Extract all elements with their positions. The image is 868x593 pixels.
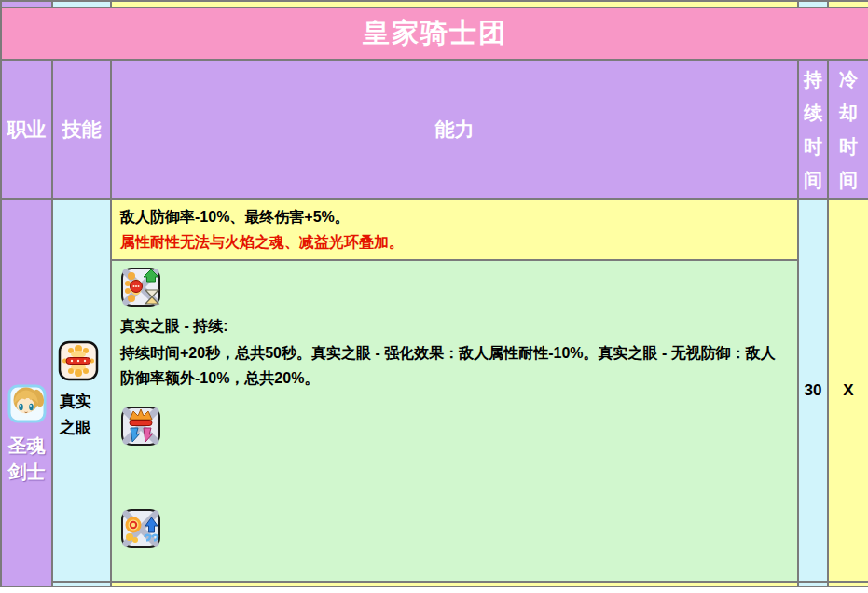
- duration-cell: 30: [798, 199, 828, 582]
- skill-name: 真实之眼: [60, 389, 97, 441]
- class-name: 圣魂剑士: [7, 433, 48, 485]
- hyper-enhance-icon-row: [120, 406, 789, 447]
- prev-duration-cell-sliver: [798, 1, 828, 7]
- next-row-sliver: [1, 582, 868, 586]
- header-class: 职业: [1, 60, 52, 199]
- ability-content: 敌人防御率-10%、最终伤害+5%。 属性耐性无法与火焰之魂、减益光环叠加。: [112, 200, 797, 581]
- true-sight-enhance-icon: [120, 406, 161, 447]
- previous-row-sliver: [1, 1, 868, 7]
- true-sight-ignore-defense-icon: [120, 508, 161, 549]
- column-header-row: 职业 技能 能力 持续时间 冷却时间: [1, 60, 868, 199]
- prev-class-cell-sliver: [1, 1, 52, 7]
- header-duration-label: 持续时间: [803, 62, 823, 197]
- hyper-persist-icon-row: [120, 267, 789, 308]
- header-ability-label: 能力: [435, 118, 475, 140]
- hyper-heading: 真实之眼 - 持续:: [120, 313, 789, 338]
- skill-cell: 真实之眼: [52, 199, 111, 582]
- next-cooldown-cell-sliver: [828, 582, 868, 586]
- hyper-detail: 持续时间+20秒，总共50秒。真实之眼 - 强化效果：敌人属性耐性-10%。真实…: [120, 340, 789, 391]
- next-ability-cell-sliver: [111, 582, 798, 586]
- next-duration-cell-sliver: [798, 582, 828, 586]
- header-duration: 持续时间: [798, 60, 828, 199]
- prev-cooldown-cell-sliver: [828, 1, 868, 7]
- next-skill-cell-sliver: [52, 582, 111, 586]
- header-ability: 能力: [111, 60, 798, 199]
- royal-knights-skill-table: 皇家骑士团 职业 技能 能力 持续时间 冷却时间: [0, 0, 868, 587]
- prev-skill-cell-sliver: [52, 1, 111, 7]
- ability-warning-line: 属性耐性无法与火焰之魂、减益光环叠加。: [120, 229, 789, 255]
- section-title: 皇家骑士团: [1, 7, 868, 60]
- ability-summary-box: 敌人防御率-10%、最终伤害+5%。 属性耐性无法与火焰之魂、减益光环叠加。: [112, 200, 797, 261]
- ability-cell: 敌人防御率-10%、最终伤害+5%。 属性耐性无法与火焰之魂、减益光环叠加。: [111, 199, 798, 582]
- section-title-row: 皇家骑士团: [1, 7, 868, 60]
- true-sight-persist-icon: [120, 267, 161, 308]
- header-skill: 技能: [52, 60, 111, 199]
- ability-detail-box: 真实之眼 - 持续: 持续时间+20秒，总共50秒。真实之眼 - 强化效果：敌人…: [112, 261, 797, 581]
- header-cooldown-label: 冷却时间: [838, 62, 859, 197]
- header-cooldown: 冷却时间: [828, 60, 868, 199]
- true-sight-skill-icon: [58, 340, 99, 381]
- skill-row: 圣魂剑士 真实之眼: [1, 199, 868, 582]
- hyper-ignore-defense-icon-row: [120, 508, 789, 549]
- ability-effect-line: 敌人防御率-10%、最终伤害+5%。: [120, 204, 789, 229]
- prev-ability-cell-sliver: [111, 1, 798, 7]
- header-class-label: 职业: [7, 118, 47, 140]
- cooldown-cell: X: [828, 199, 868, 582]
- dawn-warrior-avatar-icon: [7, 384, 47, 423]
- header-skill-label: 技能: [62, 118, 102, 140]
- class-cell: 圣魂剑士: [1, 199, 52, 586]
